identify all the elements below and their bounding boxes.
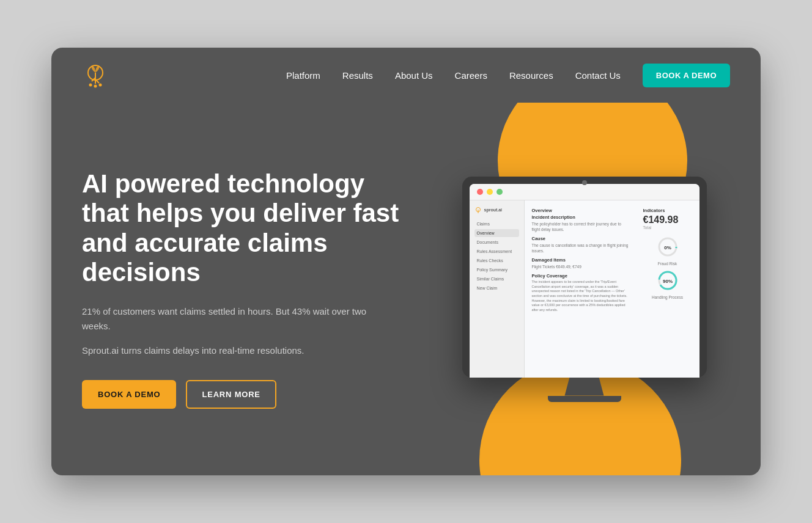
hero-learn-more-button[interactable]: LEARN MORE: [186, 380, 276, 409]
damaged-text: Flight Tickets €649.49; €749: [532, 264, 630, 269]
sidebar-similar-claims[interactable]: Similar Claims: [474, 275, 519, 283]
hero-right-section: sprout.ai Claims Overview Documents Rule…: [438, 177, 730, 402]
svg-point-6: [99, 84, 102, 87]
nav-results[interactable]: Results: [342, 70, 373, 81]
screen-two-col: Overview Incident description The policy…: [532, 208, 692, 316]
fraud-risk-label: Fraud Risk: [643, 262, 692, 266]
nav-contact-us[interactable]: Contact Us: [575, 70, 621, 81]
incident-section: Incident description The policyholder ha…: [532, 214, 638, 232]
svg-text:0%: 0%: [664, 245, 671, 251]
handling-process-label: Handling Process: [643, 295, 692, 299]
overview-header: Overview: [532, 208, 638, 213]
damaged-title: Damaged Items: [532, 257, 638, 263]
indicators-col: Indicators €149.98 Total: [643, 208, 692, 316]
hero-left-section: AI powered technology that helps you del…: [82, 169, 438, 409]
hero-title: AI powered technology that helps you del…: [82, 169, 400, 287]
dot-yellow: [487, 189, 493, 195]
screen-top-bar: [470, 184, 699, 200]
svg-text:90%: 90%: [662, 279, 672, 284]
policy-text: The incident appears to be covered under…: [532, 280, 630, 313]
price-label: Total: [643, 225, 692, 230]
main-content: AI powered technology that helps you del…: [51, 103, 761, 475]
handling-process-gauge: 90% Handling Process: [643, 269, 692, 299]
price-amount: €149.98: [643, 214, 692, 225]
screen-body: sprout.ai Claims Overview Documents Rule…: [470, 200, 699, 378]
nav-resources[interactable]: Resources: [509, 70, 553, 81]
sidebar-new-claim[interactable]: New Claim: [474, 284, 519, 292]
screen-main-content: Overview Incident description The policy…: [525, 200, 699, 378]
sidebar-overview[interactable]: Overview: [474, 229, 519, 237]
hero-book-demo-button[interactable]: BOOK A DEMO: [82, 380, 176, 409]
nav-platform[interactable]: Platform: [286, 70, 320, 81]
cta-buttons: BOOK A DEMO LEARN MORE: [82, 380, 438, 409]
policy-section: Policy Coverage The incident appears to …: [532, 273, 638, 313]
policy-title: Policy Coverage: [532, 273, 638, 279]
page-wrapper: Platform Results About Us Careers Resour…: [0, 0, 812, 523]
monitor: sprout.ai Claims Overview Documents Rule…: [462, 177, 707, 378]
monitor-stand: [560, 378, 609, 396]
main-card: Platform Results About Us Careers Resour…: [51, 48, 761, 475]
svg-point-4: [89, 84, 92, 87]
sidebar-rules-assessment[interactable]: Rules Assessment: [474, 247, 519, 255]
cause-title: Cause: [532, 236, 638, 241]
sidebar-documents[interactable]: Documents: [474, 238, 519, 246]
svg-point-5: [94, 85, 97, 88]
dot-red: [477, 189, 483, 195]
monitor-camera: [582, 180, 587, 185]
nav-about-us[interactable]: About Us: [395, 70, 433, 81]
nav: Platform Results About Us Careers Resour…: [286, 64, 730, 87]
hero-subtitle-2: Sprout.ai turns claims delays into real-…: [82, 343, 375, 358]
header-book-demo-button[interactable]: BOOK A DEMO: [643, 64, 730, 87]
incident-title: Incident description: [532, 214, 638, 220]
monitor-base: [548, 396, 621, 402]
screen-sprout-logo: sprout.ai: [474, 207, 519, 214]
monitor-screen: sprout.ai Claims Overview Documents Rule…: [470, 184, 699, 378]
hero-subtitle-1: 21% of customers want claims settled in …: [82, 304, 375, 334]
cause-section: Cause The cause is cancellation was a ch…: [532, 236, 638, 254]
logo[interactable]: [82, 62, 109, 89]
nav-careers[interactable]: Careers: [455, 70, 487, 81]
sidebar-rules-checks[interactable]: Rules Checks: [474, 257, 519, 265]
damaged-section: Damaged Items Flight Tickets €649.49; €7…: [532, 257, 638, 269]
fraud-risk-gauge: 0% Fraud Risk: [643, 236, 692, 266]
screen-sidebar: sprout.ai Claims Overview Documents Rule…: [470, 200, 525, 378]
sidebar-policy-summary[interactable]: Policy Summary: [474, 266, 519, 274]
sidebar-claims[interactable]: Claims: [474, 220, 519, 228]
incident-text: The policyholder has to correct their jo…: [532, 221, 630, 232]
cause-text: The cause is cancellation was a change i…: [532, 243, 630, 254]
monitor-wrapper: sprout.ai Claims Overview Documents Rule…: [462, 177, 707, 402]
price-section: €149.98 Total: [643, 214, 692, 230]
indicators-header: Indicators: [643, 208, 692, 213]
dot-green: [496, 189, 503, 195]
header: Platform Results About Us Careers Resour…: [51, 48, 761, 103]
screen-overview-col: Overview Incident description The policy…: [532, 208, 638, 316]
